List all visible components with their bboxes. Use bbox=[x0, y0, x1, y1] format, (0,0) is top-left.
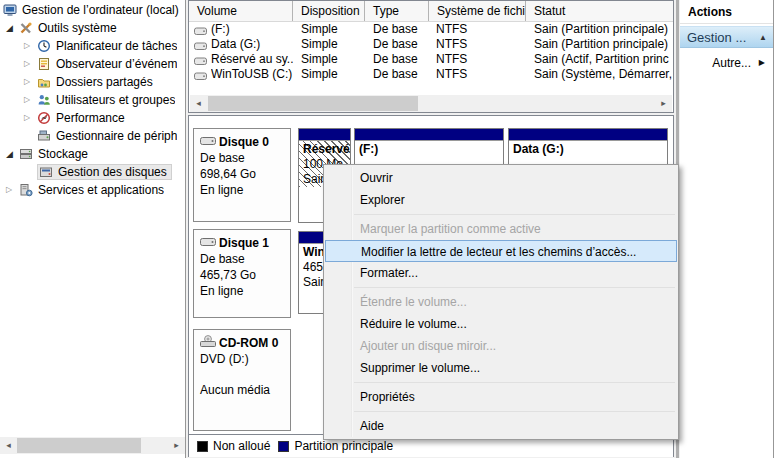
unallocated-swatch bbox=[197, 441, 208, 452]
cell-type: De base bbox=[373, 22, 428, 37]
scroll-left-icon[interactable]: ◂ bbox=[0, 437, 17, 454]
actions-more-item[interactable]: Autre... ▶ bbox=[680, 53, 773, 73]
disk-status: Aucun média bbox=[200, 382, 290, 398]
disk-status: En ligne bbox=[200, 283, 290, 299]
menu-separator bbox=[354, 382, 675, 383]
tree-item-label: Stockage bbox=[38, 147, 88, 161]
performance-icon bbox=[37, 111, 52, 125]
disk-kind: De base bbox=[200, 251, 290, 267]
disk-kind: De base bbox=[200, 150, 290, 166]
cell-disposition: Simple bbox=[301, 67, 361, 82]
volume-list-h-scrollbar[interactable]: ◂ ▸ bbox=[190, 95, 672, 112]
expander-collapsed-icon[interactable]: ▷ bbox=[6, 181, 19, 199]
tree-item-computer-management[interactable]: Gestion de l’ordinateur (local) bbox=[0, 1, 185, 19]
cell-filesystem: NTFS bbox=[436, 67, 521, 82]
menu-item-explore[interactable]: Explorer bbox=[324, 189, 678, 211]
tree-item-shared-folders[interactable]: ▷ Dossiers partagés bbox=[0, 73, 185, 91]
expander-collapsed-icon[interactable]: ▷ bbox=[24, 55, 37, 73]
tree-item-task-scheduler[interactable]: ▷ Planificateur de tâches bbox=[0, 37, 185, 55]
cell-status: Sain (Partition principale) bbox=[534, 22, 674, 37]
expander-expanded-icon[interactable]: ◢ bbox=[6, 145, 19, 163]
tree-item-label: Outils système bbox=[38, 21, 117, 35]
scroll-thumb[interactable] bbox=[17, 438, 141, 453]
task-scheduler-icon bbox=[37, 39, 52, 53]
tree-item-local-users-groups[interactable]: ▷ Utilisateurs et groupes bbox=[0, 91, 185, 109]
expander-collapsed-icon[interactable]: ▷ bbox=[24, 37, 37, 55]
partition-primary-bar bbox=[509, 129, 667, 141]
tree-item-device-manager[interactable]: Gestionnaire de périph bbox=[0, 127, 185, 145]
scroll-left-icon[interactable]: ◂ bbox=[190, 95, 207, 112]
legend-item: Non alloué bbox=[197, 439, 270, 453]
context-menu: Ouvrir Explorer Marquer la partition com… bbox=[323, 164, 679, 440]
tree-item-label: Utilisateurs et groupes bbox=[56, 93, 175, 107]
menu-item-shrink-volume[interactable]: Réduire le volume... bbox=[324, 313, 678, 335]
tree-item-label: Performance bbox=[56, 111, 125, 125]
tree-item-label: Planificateur de tâches bbox=[56, 39, 177, 53]
scroll-right-icon[interactable]: ▸ bbox=[168, 437, 185, 454]
expander-collapsed-icon[interactable]: ▷ bbox=[24, 73, 37, 91]
actions-section-header[interactable]: Gestion ... ▲ bbox=[680, 26, 773, 48]
disk-kind: DVD (D:) bbox=[200, 351, 290, 367]
expander-collapsed-icon[interactable]: ▷ bbox=[24, 91, 37, 109]
disk0-info-box[interactable]: Disque 0 De base 698,64 Go En ligne bbox=[193, 128, 291, 222]
cell-volume: Réservé au sy... bbox=[211, 52, 293, 67]
partition-primary-bar bbox=[355, 129, 503, 141]
actions-panel: Actions Gestion ... ▲ Autre... ▶ bbox=[680, 0, 774, 458]
table-row[interactable]: WinToUSB (C:) Simple De base NTFS Sain (… bbox=[189, 67, 673, 82]
table-row[interactable]: (F:) Simple De base NTFS Sain (Partition… bbox=[189, 22, 673, 37]
scroll-right-icon[interactable]: ▸ bbox=[655, 95, 672, 112]
actions-title: Actions bbox=[680, 0, 773, 24]
tree-item-storage[interactable]: ◢ Stockage bbox=[0, 145, 185, 163]
disk1-info-box[interactable]: Disque 1 De base 465,73 Go En ligne bbox=[193, 229, 291, 318]
partition-label: Data (G:) bbox=[513, 142, 667, 157]
cdrom-info-box[interactable]: CD-ROM 0 DVD (D:) Aucun média bbox=[193, 329, 291, 431]
tree-item-label: Gestion des disques bbox=[58, 165, 167, 179]
table-row[interactable]: Data (G:) Simple De base NTFS Sain (Part… bbox=[189, 37, 673, 52]
console-tree-panel: Gestion de l’ordinateur (local) ◢ Outils… bbox=[0, 0, 186, 458]
menu-item-format[interactable]: Formater... bbox=[324, 262, 678, 284]
column-header-type[interactable]: Type bbox=[365, 1, 429, 21]
cdrom-icon bbox=[200, 335, 216, 351]
column-header-status[interactable]: Statut bbox=[526, 1, 674, 21]
menu-separator bbox=[354, 287, 675, 288]
column-header-disposition[interactable]: Disposition bbox=[293, 1, 365, 21]
tree-item-disk-management[interactable]: Gestion des disques bbox=[0, 163, 185, 181]
cell-disposition: Simple bbox=[301, 22, 361, 37]
tree-item-performance[interactable]: ▷ Performance bbox=[0, 109, 185, 127]
tree-item-system-tools[interactable]: ◢ Outils système bbox=[0, 19, 185, 37]
disk-status: En ligne bbox=[200, 182, 290, 198]
collapse-section-icon[interactable]: ▲ bbox=[759, 27, 767, 49]
cell-volume: Data (G:) bbox=[211, 37, 293, 52]
disk-name: Disque 0 bbox=[219, 134, 269, 150]
menu-item-help[interactable]: Aide bbox=[324, 415, 678, 437]
tree-item-label: Observateur d’événem bbox=[56, 57, 177, 71]
disk-icon bbox=[200, 235, 216, 251]
legend-label: Non alloué bbox=[213, 439, 270, 453]
submenu-arrow-icon: ▶ bbox=[759, 53, 765, 73]
column-header-filesystem[interactable]: Système de fichiers bbox=[429, 1, 526, 21]
tree-item-event-viewer[interactable]: ▷ Observateur d’événem bbox=[0, 55, 185, 73]
partition-primary-bar bbox=[299, 129, 350, 141]
disk-size: 465,73 Go bbox=[200, 267, 290, 283]
menu-item-delete-volume[interactable]: Supprimer le volume... bbox=[324, 357, 678, 379]
legend-item: Partition principale bbox=[278, 439, 393, 453]
menu-item-change-drive-letter[interactable]: Modifier la lettre de lecteur et les che… bbox=[325, 240, 677, 262]
expander-collapsed-icon[interactable]: ▷ bbox=[24, 109, 37, 127]
storage-icon bbox=[19, 147, 34, 161]
menu-item-extend-volume: Étendre le volume... bbox=[324, 291, 678, 313]
scroll-thumb[interactable] bbox=[208, 96, 418, 111]
table-row[interactable]: Réservé au sy... Simple De base NTFS Sai… bbox=[189, 52, 673, 67]
cell-filesystem: NTFS bbox=[436, 22, 521, 37]
menu-separator bbox=[354, 214, 675, 215]
cell-filesystem: NTFS bbox=[436, 52, 521, 67]
menu-item-open[interactable]: Ouvrir bbox=[324, 167, 678, 189]
tree-item-services-applications[interactable]: ▷ Services et applications bbox=[0, 181, 185, 199]
disk-name: CD-ROM 0 bbox=[219, 335, 278, 351]
actions-section-label: Gestion ... bbox=[687, 30, 746, 45]
tree-h-scrollbar[interactable]: ◂ ▸ bbox=[0, 437, 185, 454]
partition-label: Réservé au sys bbox=[303, 142, 350, 157]
menu-item-properties[interactable]: Propriétés bbox=[324, 386, 678, 408]
expander-expanded-icon[interactable]: ◢ bbox=[6, 19, 19, 37]
cell-disposition: Simple bbox=[301, 52, 361, 67]
column-header-volume[interactable]: Volume bbox=[189, 1, 293, 21]
